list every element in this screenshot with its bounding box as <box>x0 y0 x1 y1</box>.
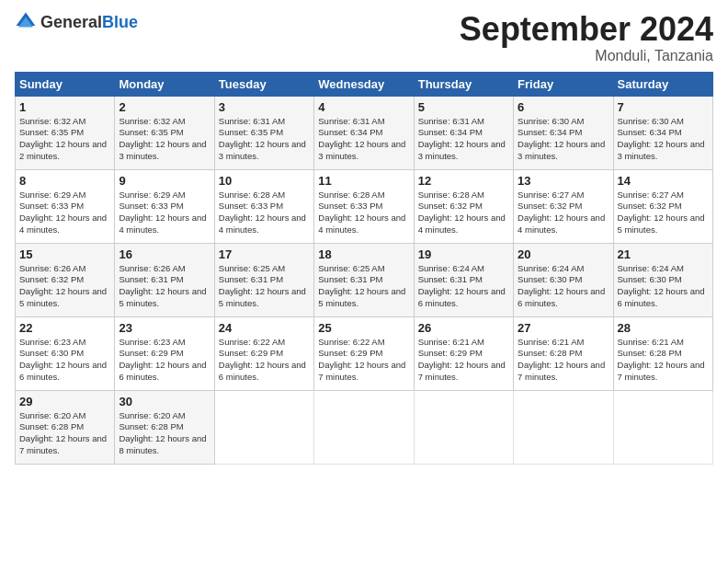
calendar-cell: 24Sunrise: 6:22 AMSunset: 6:29 PMDayligh… <box>214 316 313 390</box>
calendar-cell <box>414 390 513 464</box>
header-wednesday: Wednesday <box>314 72 414 96</box>
calendar-cell: 27Sunrise: 6:21 AMSunset: 6:28 PMDayligh… <box>514 316 613 390</box>
header-monday: Monday <box>115 72 214 96</box>
calendar-cell: 8Sunrise: 6:29 AMSunset: 6:33 PMDaylight… <box>16 169 115 243</box>
day-detail: Sunrise: 6:22 AMSunset: 6:29 PMDaylight:… <box>219 337 310 384</box>
calendar-cell: 1Sunrise: 6:32 AMSunset: 6:35 PMDaylight… <box>16 96 115 169</box>
day-detail: Sunrise: 6:21 AMSunset: 6:28 PMDaylight:… <box>618 337 709 384</box>
day-number: 27 <box>518 321 609 335</box>
day-number: 28 <box>618 321 709 335</box>
day-detail: Sunrise: 6:26 AMSunset: 6:32 PMDaylight:… <box>19 263 110 310</box>
logo: GeneralBlue <box>15 11 138 33</box>
calendar-cell: 18Sunrise: 6:25 AMSunset: 6:31 PMDayligh… <box>314 243 414 316</box>
day-detail: Sunrise: 6:28 AMSunset: 6:32 PMDaylight:… <box>418 190 509 236</box>
day-detail: Sunrise: 6:24 AMSunset: 6:31 PMDaylight:… <box>418 263 509 310</box>
day-number: 5 <box>418 100 509 114</box>
calendar-week-2: 8Sunrise: 6:29 AMSunset: 6:33 PMDaylight… <box>16 169 713 243</box>
day-number: 30 <box>119 395 210 408</box>
day-number: 19 <box>418 247 509 261</box>
calendar-week-5: 29Sunrise: 6:20 AMSunset: 6:28 PMDayligh… <box>16 390 713 464</box>
calendar-cell: 15Sunrise: 6:26 AMSunset: 6:32 PMDayligh… <box>16 243 115 316</box>
calendar-week-3: 15Sunrise: 6:26 AMSunset: 6:32 PMDayligh… <box>16 243 713 316</box>
calendar-cell <box>314 390 414 464</box>
day-number: 15 <box>19 247 110 261</box>
calendar-cell: 6Sunrise: 6:30 AMSunset: 6:34 PMDaylight… <box>514 96 613 169</box>
header: GeneralBlue September 2024 Monduli, Tanz… <box>15 11 713 64</box>
days-header-row: Sunday Monday Tuesday Wednesday Thursday… <box>16 72 713 96</box>
calendar-cell: 21Sunrise: 6:24 AMSunset: 6:30 PMDayligh… <box>613 243 712 316</box>
header-sunday: Sunday <box>16 72 115 96</box>
calendar-table: Sunday Monday Tuesday Wednesday Thursday… <box>15 72 713 465</box>
calendar-week-1: 1Sunrise: 6:32 AMSunset: 6:35 PMDaylight… <box>16 96 713 169</box>
day-number: 21 <box>618 247 709 261</box>
day-detail: Sunrise: 6:22 AMSunset: 6:29 PMDaylight:… <box>318 337 409 384</box>
calendar-cell: 7Sunrise: 6:30 AMSunset: 6:34 PMDaylight… <box>613 96 712 169</box>
calendar-cell: 5Sunrise: 6:31 AMSunset: 6:34 PMDaylight… <box>414 96 513 169</box>
day-detail: Sunrise: 6:31 AMSunset: 6:35 PMDaylight:… <box>219 116 310 163</box>
day-number: 12 <box>418 174 509 188</box>
day-detail: Sunrise: 6:26 AMSunset: 6:31 PMDaylight:… <box>119 263 210 310</box>
day-detail: Sunrise: 6:27 AMSunset: 6:32 PMDaylight:… <box>618 190 709 236</box>
day-number: 23 <box>119 321 210 335</box>
day-detail: Sunrise: 6:31 AMSunset: 6:34 PMDaylight:… <box>318 116 409 163</box>
day-detail: Sunrise: 6:25 AMSunset: 6:31 PMDaylight:… <box>219 263 310 310</box>
day-detail: Sunrise: 6:25 AMSunset: 6:31 PMDaylight:… <box>318 263 409 310</box>
day-detail: Sunrise: 6:32 AMSunset: 6:35 PMDaylight:… <box>19 116 110 163</box>
logo-icon <box>15 11 37 33</box>
day-number: 9 <box>119 174 210 188</box>
calendar-cell: 3Sunrise: 6:31 AMSunset: 6:35 PMDaylight… <box>214 96 313 169</box>
day-number: 7 <box>618 100 709 114</box>
day-number: 10 <box>219 174 310 188</box>
day-detail: Sunrise: 6:28 AMSunset: 6:33 PMDaylight:… <box>219 190 310 236</box>
calendar-cell: 28Sunrise: 6:21 AMSunset: 6:28 PMDayligh… <box>613 316 712 390</box>
day-detail: Sunrise: 6:29 AMSunset: 6:33 PMDaylight:… <box>19 190 110 236</box>
day-detail: Sunrise: 6:24 AMSunset: 6:30 PMDaylight:… <box>618 263 709 310</box>
calendar-cell: 2Sunrise: 6:32 AMSunset: 6:35 PMDaylight… <box>115 96 214 169</box>
calendar-cell: 9Sunrise: 6:29 AMSunset: 6:33 PMDaylight… <box>115 169 214 243</box>
day-number: 1 <box>19 100 110 114</box>
day-number: 3 <box>219 100 310 114</box>
day-number: 2 <box>119 100 210 114</box>
day-number: 20 <box>518 247 609 261</box>
calendar-cell: 25Sunrise: 6:22 AMSunset: 6:29 PMDayligh… <box>314 316 414 390</box>
day-detail: Sunrise: 6:32 AMSunset: 6:35 PMDaylight:… <box>119 116 210 163</box>
day-detail: Sunrise: 6:29 AMSunset: 6:33 PMDaylight:… <box>119 190 210 236</box>
day-detail: Sunrise: 6:30 AMSunset: 6:34 PMDaylight:… <box>618 116 709 163</box>
calendar-cell: 14Sunrise: 6:27 AMSunset: 6:32 PMDayligh… <box>613 169 712 243</box>
day-detail: Sunrise: 6:30 AMSunset: 6:34 PMDaylight:… <box>518 116 609 163</box>
day-number: 17 <box>219 247 310 261</box>
calendar-cell: 17Sunrise: 6:25 AMSunset: 6:31 PMDayligh… <box>214 243 313 316</box>
month-title: September 2024 <box>460 11 713 48</box>
day-number: 13 <box>518 174 609 188</box>
calendar-cell: 23Sunrise: 6:23 AMSunset: 6:29 PMDayligh… <box>115 316 214 390</box>
calendar-cell: 12Sunrise: 6:28 AMSunset: 6:32 PMDayligh… <box>414 169 513 243</box>
day-detail: Sunrise: 6:20 AMSunset: 6:28 PMDaylight:… <box>19 410 110 457</box>
calendar-cell: 20Sunrise: 6:24 AMSunset: 6:30 PMDayligh… <box>514 243 613 316</box>
calendar-cell <box>214 390 313 464</box>
day-detail: Sunrise: 6:24 AMSunset: 6:30 PMDaylight:… <box>518 263 609 310</box>
day-number: 22 <box>19 321 110 335</box>
calendar-cell: 4Sunrise: 6:31 AMSunset: 6:34 PMDaylight… <box>314 96 414 169</box>
day-number: 14 <box>618 174 709 188</box>
day-number: 24 <box>219 321 310 335</box>
header-tuesday: Tuesday <box>214 72 313 96</box>
day-number: 16 <box>119 247 210 261</box>
day-detail: Sunrise: 6:21 AMSunset: 6:28 PMDaylight:… <box>518 337 609 384</box>
day-number: 29 <box>19 395 110 408</box>
calendar-week-4: 22Sunrise: 6:23 AMSunset: 6:30 PMDayligh… <box>16 316 713 390</box>
day-detail: Sunrise: 6:23 AMSunset: 6:29 PMDaylight:… <box>119 337 210 384</box>
header-saturday: Saturday <box>613 72 712 96</box>
day-detail: Sunrise: 6:21 AMSunset: 6:29 PMDaylight:… <box>418 337 509 384</box>
day-detail: Sunrise: 6:20 AMSunset: 6:28 PMDaylight:… <box>119 410 210 457</box>
calendar-cell: 22Sunrise: 6:23 AMSunset: 6:30 PMDayligh… <box>16 316 115 390</box>
day-detail: Sunrise: 6:28 AMSunset: 6:33 PMDaylight:… <box>318 190 409 236</box>
calendar-cell: 19Sunrise: 6:24 AMSunset: 6:31 PMDayligh… <box>414 243 513 316</box>
calendar-cell <box>514 390 613 464</box>
day-number: 4 <box>318 100 409 114</box>
title-area: September 2024 Monduli, Tanzania <box>460 11 713 64</box>
calendar-cell: 16Sunrise: 6:26 AMSunset: 6:31 PMDayligh… <box>115 243 214 316</box>
day-number: 6 <box>518 100 609 114</box>
location-title: Monduli, Tanzania <box>460 48 713 64</box>
day-number: 26 <box>418 321 509 335</box>
calendar-cell: 11Sunrise: 6:28 AMSunset: 6:33 PMDayligh… <box>314 169 414 243</box>
